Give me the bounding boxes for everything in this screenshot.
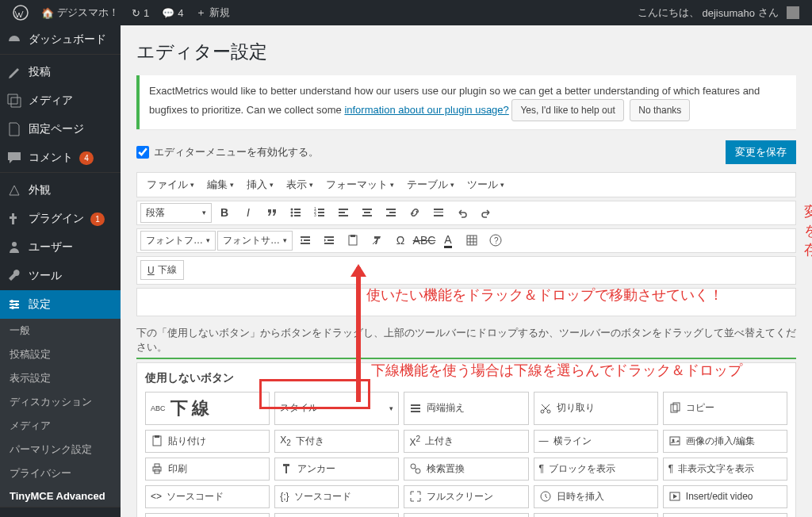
text-color-icon[interactable]: A xyxy=(437,231,459,250)
wp-logo[interactable] xyxy=(6,5,35,21)
menu-tools[interactable]: ツール▾ xyxy=(461,174,511,195)
unused-datetime[interactable]: 日時を挿入 xyxy=(534,485,658,508)
svg-rect-65 xyxy=(283,464,289,466)
menu-analytics[interactable]: アナリティクス xyxy=(0,511,121,517)
menu-edit[interactable]: 編集▾ xyxy=(201,174,240,195)
menu-tools[interactable]: ツール xyxy=(0,262,121,290)
annotation-save: 変更を保存！ xyxy=(804,202,812,259)
menu-appearance[interactable]: 外観 xyxy=(0,176,121,205)
unused-image[interactable]: 画像の挿入/編集 xyxy=(663,430,787,453)
menu-plugins[interactable]: プラグイン1 xyxy=(0,205,121,233)
unused-sourcecode[interactable]: <>ソースコード xyxy=(145,485,270,508)
toolbar-row-3[interactable]: U 下線 xyxy=(136,256,796,285)
bold-icon[interactable]: B xyxy=(213,203,236,222)
bullet-list-icon[interactable] xyxy=(285,203,307,222)
menu-view[interactable]: 表示▾ xyxy=(280,174,320,195)
sub-discussion[interactable]: ディスカッション xyxy=(0,390,121,414)
sub-permalink[interactable]: パーマリンク設定 xyxy=(0,438,121,461)
sub-tinymce[interactable]: TinyMCE Advanced xyxy=(0,485,121,507)
enable-menu-label[interactable]: エディターメニューを有効化する。 xyxy=(136,145,319,159)
menu-comments[interactable]: コメント4 xyxy=(0,144,121,172)
menu-insert[interactable]: 挿入▾ xyxy=(240,174,280,195)
menu-pages[interactable]: 固定ページ xyxy=(0,115,121,144)
sub-media[interactable]: メディア xyxy=(0,414,121,438)
unused-emoji[interactable]: 顔文字 xyxy=(534,513,658,518)
unused-invisibles[interactable]: ¶非表示文字を表示 xyxy=(663,458,787,481)
help-icon[interactable]: ? xyxy=(485,231,507,250)
svg-rect-21 xyxy=(318,212,324,213)
font-family-select[interactable]: フォントフ…▾ xyxy=(140,231,216,251)
more-icon[interactable] xyxy=(427,203,450,222)
unused-rtl[interactable]: ←¶右から左 xyxy=(404,513,528,518)
paste-text-icon[interactable] xyxy=(342,231,364,250)
svg-rect-38 xyxy=(301,243,310,244)
annotation-arrow xyxy=(353,267,364,402)
unused-style[interactable]: スタイル▾ xyxy=(274,392,399,425)
table-icon[interactable] xyxy=(461,231,483,250)
unused-sourcecode2[interactable]: {;}ソースコード xyxy=(274,485,399,508)
menu-file[interactable]: ファイル▾ xyxy=(140,174,201,195)
svg-point-14 xyxy=(291,212,293,214)
numbered-list-icon[interactable]: 123 xyxy=(308,203,331,222)
unused-bgcolor[interactable]: A背景色 xyxy=(663,513,787,518)
unused-justify[interactable]: 両端揃え xyxy=(404,392,528,425)
unused-underline[interactable]: ABC下 線 xyxy=(145,392,270,425)
sub-reading[interactable]: 表示設定 xyxy=(0,366,121,390)
outdent-icon[interactable] xyxy=(294,231,316,250)
sub-writing[interactable]: 投稿設定 xyxy=(0,343,121,366)
comments-bubble[interactable]: 💬 4 xyxy=(155,7,190,19)
unused-hr[interactable]: —横ライン xyxy=(534,430,658,453)
unused-ltr[interactable]: ¶→左から右 xyxy=(274,513,399,518)
unused-nbsp[interactable]: 改行なしスペース xyxy=(145,513,270,518)
unused-copy[interactable]: コピー xyxy=(663,392,787,425)
link-icon[interactable] xyxy=(404,203,426,222)
redo-icon[interactable] xyxy=(475,203,497,222)
unused-fullscreen[interactable]: フルスクリーン xyxy=(404,485,528,508)
toolbar-underline-button[interactable]: U 下線 xyxy=(140,260,184,280)
howdy[interactable]: こんにちは、dejisumaho さん xyxy=(631,6,806,20)
menu-media[interactable]: メディア xyxy=(0,86,121,115)
save-changes-button[interactable]: 変更を保存 xyxy=(726,140,796,164)
unused-cut[interactable]: 切り取り xyxy=(534,392,658,425)
unused-blocks[interactable]: ¶ブロックを表示 xyxy=(534,458,658,481)
notice-no-button[interactable]: No thanks xyxy=(630,99,690,121)
notice-link[interactable]: information about our plugin usage? xyxy=(344,104,508,116)
toolbar-row-1[interactable]: 段落▾ B I 123 xyxy=(136,201,796,225)
italic-icon[interactable]: I xyxy=(237,203,259,222)
unused-print[interactable]: 印刷 xyxy=(145,458,270,481)
new-content[interactable]: ＋ 新規 xyxy=(190,6,236,20)
menu-posts[interactable]: 投稿 xyxy=(0,58,121,86)
svg-rect-52 xyxy=(411,408,420,409)
menu-table[interactable]: テーブル▾ xyxy=(400,174,461,195)
sub-general[interactable]: 一般 xyxy=(0,319,121,343)
avatar xyxy=(787,6,799,19)
unused-superscript[interactable]: X2上付き xyxy=(404,430,528,453)
menu-settings[interactable]: 設定 xyxy=(0,290,121,319)
menu-dashboard[interactable]: ダッシュボード xyxy=(0,25,121,54)
font-size-select[interactable]: フォントサ…▾ xyxy=(217,231,293,251)
updates[interactable]: ↻ 1 xyxy=(125,7,155,19)
clear-format-icon[interactable] xyxy=(366,231,388,250)
unused-subscript[interactable]: X2下付き xyxy=(274,430,399,453)
unused-anchor[interactable]: アンカー xyxy=(274,458,399,481)
sub-privacy[interactable]: プライバシー xyxy=(0,461,121,485)
indent-icon[interactable] xyxy=(318,231,340,250)
menu-format[interactable]: フォーマット▾ xyxy=(320,174,400,195)
notice-yes-button[interactable]: Yes, I'd like to help out xyxy=(511,99,623,121)
align-left-icon[interactable] xyxy=(332,203,354,222)
enable-menu-checkbox[interactable] xyxy=(136,146,149,159)
unused-video[interactable]: Insert/edit video xyxy=(663,485,787,508)
blockquote-icon[interactable] xyxy=(261,203,283,222)
special-char-icon[interactable]: Ω xyxy=(389,231,412,250)
menu-users[interactable]: ユーザー xyxy=(0,233,121,262)
align-right-icon[interactable] xyxy=(380,203,402,222)
site-name[interactable]: 🏠 デジスマホ！ xyxy=(35,6,125,20)
format-select[interactable]: 段落▾ xyxy=(140,203,212,223)
unused-find[interactable]: 検索置換 xyxy=(404,458,528,481)
align-center-icon[interactable] xyxy=(356,203,378,222)
green-divider xyxy=(136,358,796,359)
undo-icon[interactable] xyxy=(451,203,473,222)
strikethrough-icon[interactable]: ABC xyxy=(413,231,435,250)
unused-paste[interactable]: 貼り付け xyxy=(145,430,270,453)
toolbar-row-2[interactable]: フォントフ…▾ フォントサ…▾ Ω ABC A ? xyxy=(136,228,796,253)
